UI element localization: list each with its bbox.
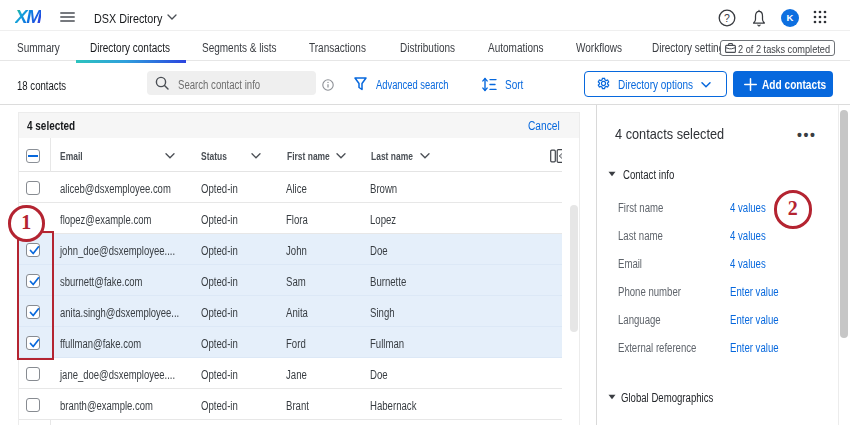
svg-text:?: ?: [724, 12, 730, 24]
